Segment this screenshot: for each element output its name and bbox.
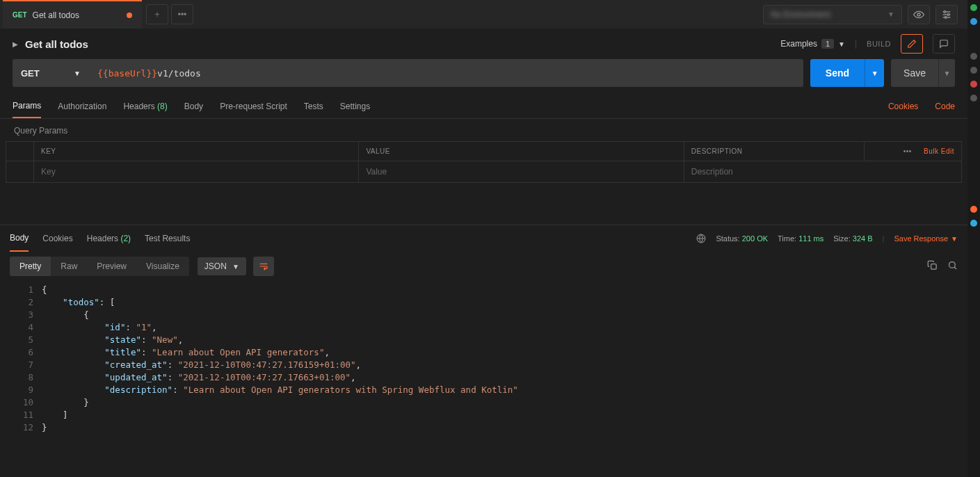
eye-icon (913, 9, 924, 20)
param-key-input[interactable] (41, 167, 351, 177)
pencil-icon (907, 39, 917, 49)
tab-prerequest[interactable]: Pre-request Script (220, 94, 287, 118)
bulk-edit-link[interactable]: Bulk Edit (924, 147, 954, 155)
status-label: Status: (716, 234, 739, 243)
chevron-down-icon: ▼ (232, 263, 239, 270)
environment-value: No Environment (771, 10, 830, 19)
time-label: Time: (778, 234, 796, 243)
tab-overflow-button[interactable]: ••• (171, 4, 193, 24)
unsaved-indicator-icon (127, 13, 132, 18)
tab-body[interactable]: Body (184, 94, 203, 118)
chevron-down-icon: ▼ (951, 235, 958, 243)
response-body[interactable]: 123456789101112 { "todos": [ { "id": "1"… (0, 281, 967, 437)
view-raw[interactable]: Raw (51, 257, 87, 276)
code-link[interactable]: Code (935, 102, 955, 111)
param-description-input[interactable] (691, 167, 954, 177)
cookies-link[interactable]: Cookies (888, 102, 918, 111)
query-params-table: KEY VALUE DESCRIPTION ••• Bulk Edit (6, 141, 962, 183)
resp-tab-testresults[interactable]: Test Results (145, 225, 190, 252)
svg-point-4 (944, 10, 946, 13)
comment-icon (939, 39, 949, 49)
environment-quicklook-button[interactable] (908, 5, 930, 24)
comment-button[interactable] (933, 34, 955, 54)
tab-method-badge: GET (13, 11, 27, 19)
tab-bar: GET Get all todos ＋ ••• No Environment ▼ (0, 0, 967, 29)
chevron-down-icon: ▼ (871, 70, 878, 77)
tab-params[interactable]: Params (13, 94, 41, 118)
view-visualize[interactable]: Visualize (136, 257, 189, 276)
request-title: Get all todos (25, 38, 88, 50)
param-value-input[interactable] (366, 167, 676, 177)
svg-point-11 (949, 262, 956, 268)
query-params-label: Query Params (0, 119, 967, 141)
examples-count: 1 (821, 39, 834, 49)
tab-settings[interactable]: Settings (340, 94, 370, 118)
build-label[interactable]: BUILD (867, 40, 891, 48)
response-tabs: Body Cookies Headers (2) Test Results St… (0, 225, 967, 252)
tab-headers[interactable]: Headers (8) (123, 94, 167, 118)
new-tab-button[interactable]: ＋ (146, 4, 168, 24)
view-preview[interactable]: Preview (87, 257, 136, 276)
save-response-dropdown[interactable]: Save Response ▼ (894, 234, 958, 243)
http-method-select[interactable]: GET ▼ (13, 59, 89, 87)
search-icon (947, 260, 958, 270)
copy-response-button[interactable] (927, 260, 938, 273)
chevron-down-icon: ▼ (74, 70, 81, 77)
edit-button[interactable] (901, 34, 923, 54)
request-tabs: Params Authorization Headers (8) Body Pr… (0, 94, 967, 119)
resp-tab-body[interactable]: Body (10, 225, 29, 252)
column-value: VALUE (359, 142, 684, 161)
size-label: Size: (833, 234, 850, 243)
view-pretty[interactable]: Pretty (10, 257, 51, 276)
column-description: DESCRIPTION (684, 142, 864, 161)
wrap-lines-button[interactable] (253, 257, 274, 276)
param-row (6, 161, 962, 183)
search-response-button[interactable] (947, 260, 958, 273)
svg-point-0 (917, 13, 920, 16)
resp-tab-cookies[interactable]: Cookies (42, 225, 72, 252)
url-row: GET ▼ {{baseUrl}}v1/todos Send ▼ Save ▼ (13, 59, 955, 87)
column-options-button[interactable]: ••• (903, 147, 912, 155)
send-button[interactable]: Send ▼ (810, 59, 884, 87)
url-path: v1/todos (157, 68, 201, 79)
status-value: 200 OK (742, 234, 768, 243)
wrap-icon (258, 261, 269, 271)
save-dropdown[interactable]: ▼ (938, 59, 955, 87)
chevron-down-icon: ▼ (838, 40, 845, 48)
tab-tests[interactable]: Tests (304, 94, 323, 118)
size-value: 324 B (853, 234, 873, 243)
send-dropdown[interactable]: ▼ (865, 59, 884, 87)
svg-point-5 (947, 13, 949, 15)
tab-title: Get all todos (33, 10, 79, 20)
request-header: ▶ Get all todos Examples 1 ▼ | BUILD (0, 29, 967, 59)
save-button[interactable]: Save ▼ (891, 59, 955, 87)
chevron-down-icon: ▼ (944, 70, 951, 77)
copy-icon (927, 260, 938, 270)
url-input[interactable]: {{baseUrl}}v1/todos (89, 59, 803, 87)
column-key: KEY (34, 142, 359, 161)
globe-icon[interactable] (696, 234, 706, 243)
svg-line-12 (954, 267, 956, 269)
time-value: 111 ms (798, 234, 824, 243)
url-variable: {{baseUrl}} (97, 68, 157, 79)
examples-dropdown[interactable]: Examples 1 ▼ (780, 39, 845, 49)
environment-select[interactable]: No Environment ▼ (763, 5, 902, 24)
svg-rect-10 (931, 264, 937, 270)
tab-authorization[interactable]: Authorization (58, 94, 106, 118)
sliders-icon (941, 9, 952, 20)
format-select[interactable]: JSON ▼ (198, 257, 246, 275)
svg-point-6 (945, 16, 947, 18)
response-view-toolbar: Pretty Raw Preview Visualize JSON ▼ (0, 252, 967, 281)
environment-settings-button[interactable] (935, 5, 958, 24)
request-tab[interactable]: GET Get all todos (3, 0, 142, 29)
resp-tab-headers[interactable]: Headers (2) (87, 225, 131, 252)
chevron-down-icon: ▼ (887, 10, 894, 18)
expand-icon[interactable]: ▶ (13, 40, 18, 48)
right-dock (967, 0, 980, 477)
